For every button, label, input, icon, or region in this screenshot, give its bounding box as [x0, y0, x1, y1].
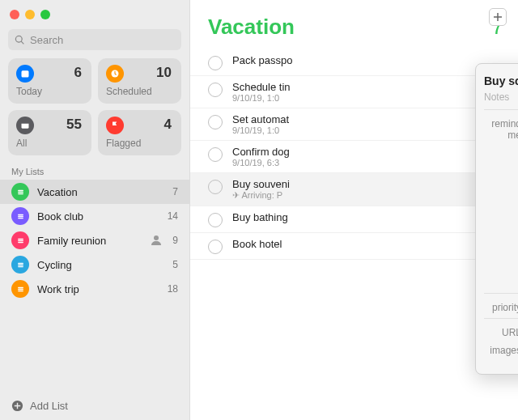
- add-list-button[interactable]: Add List: [0, 392, 189, 420]
- complete-toggle[interactable]: [208, 83, 223, 97]
- svg-rect-5: [18, 214, 23, 214]
- list-name: Family reunion: [37, 235, 142, 247]
- shared-icon: [150, 234, 163, 247]
- search-input[interactable]: Search: [8, 29, 181, 50]
- list-title: Vacation: [208, 15, 492, 40]
- list-bullet-icon: [11, 231, 29, 249]
- svg-rect-14: [18, 265, 23, 266]
- minimize-window-button[interactable]: [25, 10, 35, 19]
- my-lists-header: My Lists: [0, 155, 189, 180]
- list-count: 14: [168, 210, 178, 222]
- list-name: Work trip: [37, 283, 159, 295]
- svg-rect-6: [18, 215, 23, 216]
- tile-scheduled-count: 10: [156, 65, 172, 81]
- plus-icon: [493, 12, 503, 22]
- tile-today[interactable]: 6 Today: [8, 58, 91, 104]
- complete-toggle[interactable]: [208, 180, 223, 194]
- tile-all[interactable]: 55 All: [8, 110, 91, 155]
- priority-label: priority: [484, 300, 518, 313]
- new-reminder-button[interactable]: [489, 8, 507, 26]
- sidebar-list-work-trip[interactable]: Work trip18: [0, 277, 189, 301]
- complete-toggle[interactable]: [208, 240, 223, 254]
- reminder-row[interactable]: Set automat9/10/19, 1:0: [190, 108, 518, 141]
- svg-rect-0: [22, 70, 29, 77]
- list-name: Vacation: [37, 186, 164, 198]
- list-bullet-icon: [11, 183, 29, 201]
- svg-rect-15: [18, 286, 23, 287]
- search-icon: [15, 35, 25, 45]
- list-count: 18: [168, 283, 178, 295]
- svg-rect-2: [18, 189, 23, 190]
- popover-title[interactable]: Buy souvenirs: [484, 74, 518, 87]
- sidebar-list-vacation[interactable]: Vacation7: [0, 180, 189, 204]
- list-count: 9: [172, 235, 178, 246]
- reminder-title: Buy bathing: [232, 211, 505, 223]
- svg-point-11: [154, 235, 159, 240]
- svg-rect-3: [18, 191, 23, 192]
- images-label: images: [484, 343, 518, 356]
- reminder-title: Pack passpo: [232, 54, 505, 66]
- tile-all-label: All: [16, 138, 83, 149]
- plus-circle-icon: [11, 400, 23, 412]
- list-bullet-icon: [11, 207, 29, 225]
- tile-flagged[interactable]: 4 Flagged: [98, 110, 181, 155]
- url-label: URL: [484, 325, 518, 338]
- tile-today-label: Today: [16, 86, 83, 97]
- notes-field[interactable]: Notes: [484, 91, 518, 103]
- list-name: Book club: [37, 210, 159, 223]
- list-bullet-icon: [11, 280, 29, 298]
- complete-toggle[interactable]: [208, 56, 223, 70]
- flag-icon: [106, 117, 124, 134]
- tile-flagged-label: Flagged: [106, 138, 173, 149]
- list-bullet-icon: [11, 256, 29, 274]
- reminder-title: Confirm dog: [232, 146, 505, 158]
- svg-rect-12: [18, 262, 23, 263]
- reminder-row[interactable]: Confirm dog9/10/19, 6:3: [190, 141, 518, 173]
- reminder-row[interactable]: Schedule tin9/10/19, 1:0: [190, 76, 518, 108]
- sidebar-list-cycling[interactable]: Cycling5: [0, 252, 189, 277]
- reminder-title: Set automat: [232, 113, 505, 125]
- reminder-title: Schedule tin: [232, 81, 505, 93]
- sidebar-list-book-club[interactable]: Book club14: [0, 204, 189, 228]
- lists-container: Vacation7Book club14Family reunion9Cycli…: [0, 180, 189, 392]
- svg-rect-10: [18, 241, 23, 242]
- window-controls: [0, 0, 189, 26]
- list-name: Cycling: [37, 259, 164, 271]
- complete-toggle[interactable]: [208, 115, 223, 129]
- main-pane: Vacation 7 Pack passpoSchedule tin9/10/1…: [190, 0, 518, 420]
- complete-toggle[interactable]: [208, 147, 223, 162]
- svg-rect-17: [18, 290, 23, 291]
- list-count: 5: [172, 259, 178, 270]
- close-window-button[interactable]: [10, 10, 19, 19]
- svg-rect-7: [18, 217, 23, 218]
- reminder-row[interactable]: Book hotel: [190, 233, 518, 260]
- add-list-label: Add List: [30, 400, 68, 412]
- inbox-icon: [16, 117, 34, 134]
- reminder-subtitle: 9/10/19, 1:0: [232, 125, 505, 135]
- zoom-window-button[interactable]: [40, 10, 50, 19]
- reminder-subtitle: 9/10/19, 1:0: [232, 93, 505, 103]
- tile-all-count: 55: [66, 117, 82, 133]
- reminder-row[interactable]: Pack passpo: [190, 49, 518, 76]
- svg-rect-4: [18, 193, 23, 193]
- reminder-row[interactable]: Buy souveni✈ Arriving: P: [190, 173, 518, 206]
- complete-toggle[interactable]: [208, 213, 223, 227]
- calendar-icon: [16, 65, 34, 83]
- sidebar: Search 6 Today 10 Scheduled 55 All 4 Fla…: [0, 0, 190, 420]
- svg-rect-13: [18, 264, 23, 265]
- reminder-subtitle: 9/10/19, 6:3: [232, 158, 505, 168]
- svg-rect-8: [18, 238, 23, 239]
- clock-icon: [106, 65, 124, 83]
- reminder-title: Book hotel: [232, 238, 505, 250]
- reminders-list: Pack passpoSchedule tin9/10/19, 1:0Set a…: [190, 45, 518, 265]
- sidebar-list-family-reunion[interactable]: Family reunion9: [0, 228, 189, 252]
- reminder-title: Buy souveni: [232, 178, 505, 190]
- reminder-details-popover: Buy souvenirs Notes remind me On a Day A…: [475, 63, 518, 375]
- tile-scheduled[interactable]: 10 Scheduled: [98, 58, 181, 104]
- svg-rect-16: [18, 288, 23, 289]
- reminder-row[interactable]: Buy bathing: [190, 206, 518, 233]
- search-placeholder: Search: [30, 34, 63, 46]
- tile-flagged-count: 4: [164, 117, 172, 133]
- svg-rect-9: [18, 240, 23, 240]
- reminder-subtitle: ✈ Arriving: P: [232, 190, 505, 201]
